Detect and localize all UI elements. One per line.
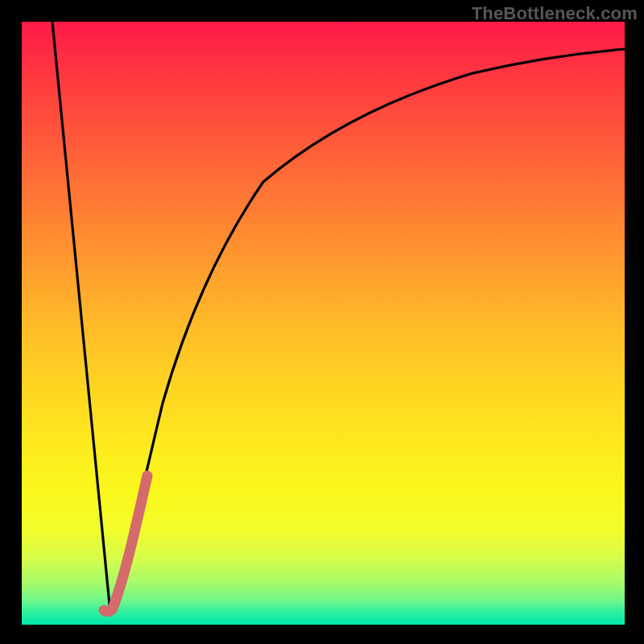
chart-frame: TheBottleneck.com	[0, 0, 644, 644]
watermark-text: TheBottleneck.com	[472, 3, 638, 24]
plot-area	[22, 22, 625, 625]
chart-curves	[22, 22, 625, 625]
right-curve-line	[110, 49, 625, 613]
highlight-segment	[104, 476, 147, 612]
left-spike-line	[52, 22, 110, 613]
